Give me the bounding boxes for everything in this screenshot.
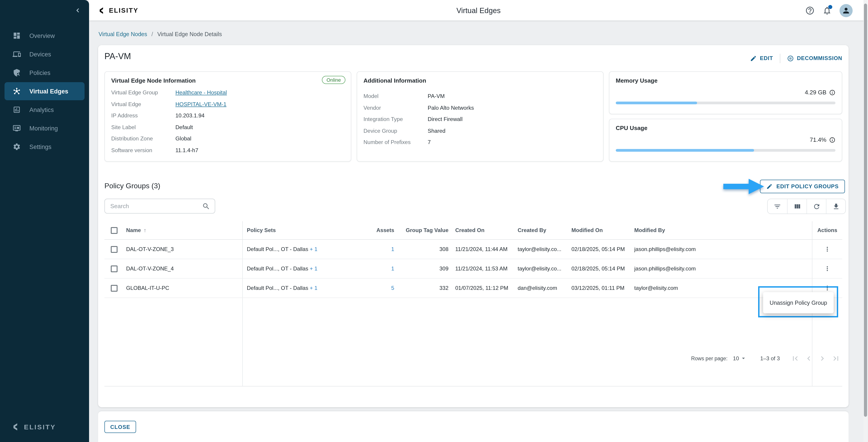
next-page-button[interactable]: [818, 354, 827, 363]
download-icon: [832, 203, 840, 210]
sidebar-item-monitoring[interactable]: Monitoring: [4, 119, 85, 137]
cpu-usage-card: CPU Usage 71.4%: [609, 119, 842, 162]
policy-more-link[interactable]: + 1: [310, 285, 317, 291]
column-header-modified-on[interactable]: Modified On: [567, 227, 628, 233]
column-header-name[interactable]: Name: [126, 227, 141, 233]
sidebar-item-settings[interactable]: Settings: [4, 138, 85, 156]
columns-icon: [793, 203, 801, 210]
cell-group-tag-value: 309: [394, 266, 448, 272]
node-info-card: Virtual Edge Node Information Online Vir…: [104, 71, 351, 162]
sort-ascending-icon[interactable]: ↑: [144, 227, 146, 233]
user-avatar[interactable]: [839, 4, 852, 17]
decommission-button-label: DECOMMISSION: [797, 55, 842, 61]
info-icon[interactable]: [829, 89, 835, 96]
cell-policy-sets: Default Pol..., OT - Dallas + 1: [243, 246, 375, 252]
info-icon[interactable]: [829, 137, 835, 143]
close-button[interactable]: CLOSE: [104, 421, 136, 433]
sidebar-item-analytics[interactable]: Analytics: [4, 101, 85, 119]
first-page-button[interactable]: [791, 354, 800, 363]
info-row-virtual-edge: Virtual Edge HOSPITAL-VE-VM-1: [111, 101, 344, 107]
assets-link[interactable]: 5: [391, 285, 394, 291]
memory-progress-fill: [616, 102, 697, 104]
pagination-range: 1–3 of 3: [760, 355, 780, 362]
column-header-assets[interactable]: Assets: [375, 227, 394, 233]
row-checkbox[interactable]: [111, 285, 118, 292]
column-header-created-by[interactable]: Created By: [514, 227, 567, 233]
scrollbar-thumb[interactable]: [864, 4, 867, 417]
usage-cards: Memory Usage 4.29 GB CPU Usage 71.4%: [609, 71, 842, 162]
dashboard-icon: [13, 32, 21, 40]
sidebar-brand-text: ELISITY: [24, 423, 56, 431]
cell-created-on: 01/07/2025, 11:12 PM: [448, 285, 514, 291]
search-input[interactable]: [110, 200, 198, 213]
last-page-button[interactable]: [831, 354, 840, 363]
devices-icon: [13, 50, 21, 58]
column-header-modified-by[interactable]: Modified By: [628, 227, 812, 233]
rows-per-page-select[interactable]: 10: [733, 355, 747, 362]
cpu-progress-bar: [616, 149, 835, 152]
page-scrollbar[interactable]: [864, 0, 868, 442]
row-checkbox[interactable]: [111, 246, 118, 252]
table-header-row: Name ↑ Policy Sets Assets Group Tag Valu…: [104, 221, 842, 240]
sidebar-nav: Overview Devices Policies Virtual Edges …: [0, 26, 89, 156]
rows-per-page-label: Rows per page:: [691, 355, 727, 361]
edit-policy-groups-label: EDIT POLICY GROUPS: [776, 183, 839, 190]
column-header-actions: Actions: [812, 221, 842, 239]
select-all-checkbox[interactable]: [111, 227, 118, 234]
sidebar-brand: ELISITY: [12, 422, 56, 431]
node-details-card: PA-VM EDIT DECOMMISSION Virtual Edge Nod…: [98, 45, 848, 407]
table-row[interactable]: GLOBAL-IT-U-PC Default Pol..., OT - Dall…: [104, 278, 842, 298]
cell-name: DAL-OT-V-ZONE_4: [125, 259, 243, 278]
columns-button[interactable]: [787, 199, 807, 213]
download-button[interactable]: [826, 199, 845, 213]
info-row-site-label: Site Label Default: [111, 124, 344, 130]
column-header-policy-sets[interactable]: Policy Sets: [243, 227, 375, 233]
previous-page-button[interactable]: [804, 354, 813, 363]
edit-policy-groups-button[interactable]: EDIT POLICY GROUPS: [760, 180, 845, 193]
notification-badge: [828, 5, 832, 9]
table-empty-area: [104, 298, 842, 386]
virtual-edge-link[interactable]: HOSPITAL-VE-VM-1: [176, 101, 226, 107]
virtual-edge-group-link[interactable]: Healthcare - Hospital: [176, 90, 227, 96]
sidebar-item-virtual-edges[interactable]: Virtual Edges: [4, 82, 85, 100]
policy-more-link[interactable]: + 1: [310, 246, 317, 252]
help-icon[interactable]: [805, 6, 815, 15]
cell-modified-on: 03/12/2025, 01:11 PM: [567, 285, 628, 291]
policy-groups-title: Policy Groups (3): [104, 182, 160, 190]
row-actions-kebab-icon[interactable]: [824, 265, 831, 272]
sidebar-item-label: Analytics: [29, 106, 54, 113]
row-checkbox[interactable]: [111, 265, 118, 272]
decommission-button[interactable]: DECOMMISSION: [787, 55, 842, 62]
pencil-icon: [767, 183, 773, 190]
cpu-usage-value: 71.4%: [810, 136, 827, 143]
column-header-group-tag-value[interactable]: Group Tag Value: [394, 227, 448, 233]
breadcrumb-link-virtual-edge-nodes[interactable]: Virtual Edge Nodes: [98, 31, 147, 37]
cell-created-on: 11/21/2024, 11:44 AM: [448, 246, 514, 252]
assets-link[interactable]: 1: [391, 266, 394, 272]
notifications-icon[interactable]: [822, 6, 832, 15]
gear-icon: [13, 143, 21, 151]
actions-divider: [780, 54, 780, 63]
pause-circle-icon: [787, 55, 794, 62]
assets-link[interactable]: 1: [391, 246, 394, 252]
column-header-created-on[interactable]: Created On: [448, 227, 514, 233]
row-actions-kebab-icon[interactable]: [824, 246, 831, 253]
sidebar-item-policies[interactable]: Policies: [4, 64, 85, 82]
sidebar-item-devices[interactable]: Devices: [4, 45, 85, 63]
cell-policy-sets: Default Pol..., OT - Dallas + 1: [243, 266, 375, 272]
sidebar-item-overview[interactable]: Overview: [4, 27, 85, 45]
refresh-button[interactable]: [807, 199, 826, 213]
table-row[interactable]: DAL-OT-V-ZONE_3 Default Pol..., OT - Dal…: [104, 240, 842, 259]
search-icon[interactable]: [202, 202, 210, 210]
status-badge: Online: [322, 76, 345, 84]
filter-button[interactable]: [768, 199, 787, 213]
row-actions-kebab-icon[interactable]: [824, 284, 831, 292]
table-row[interactable]: DAL-OT-V-ZONE_4 Default Pol..., OT - Dal…: [104, 259, 842, 278]
sidebar: Overview Devices Policies Virtual Edges …: [0, 0, 89, 442]
unassign-policy-group-menu-item[interactable]: Unassign Policy Group: [763, 292, 834, 313]
edit-button[interactable]: EDIT: [750, 55, 773, 62]
sidebar-collapse-icon[interactable]: [74, 6, 82, 14]
sidebar-item-label: Settings: [29, 143, 52, 150]
policy-more-link[interactable]: + 1: [310, 266, 317, 272]
header-brand: ELISITY: [98, 0, 138, 21]
